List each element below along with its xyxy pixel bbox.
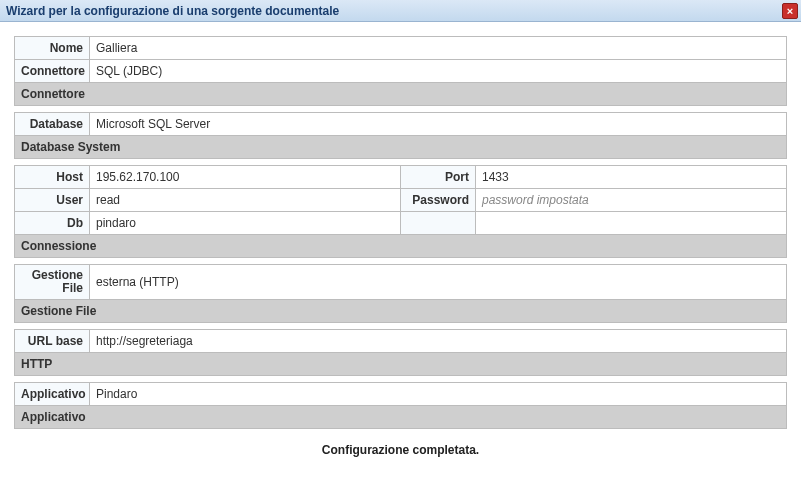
section-gestione-file: Gestione File — [15, 300, 787, 323]
label-nome: Nome — [15, 37, 90, 60]
value-empty — [476, 212, 787, 235]
status-message: Configurazione completata. — [14, 443, 787, 467]
section-applicativo: Applicativo — [15, 406, 787, 429]
label-host: Host — [15, 166, 90, 189]
value-db: pindaro — [90, 212, 401, 235]
value-port: 1433 — [476, 166, 787, 189]
value-database: Microsoft SQL Server — [90, 113, 787, 136]
value-password: password impostata — [476, 189, 787, 212]
close-icon[interactable]: × — [782, 3, 798, 19]
value-user: read — [90, 189, 401, 212]
value-gestione-file: esterna (HTTP) — [90, 265, 787, 300]
label-password: Password — [401, 189, 476, 212]
label-gestione-file: Gestione File — [15, 265, 90, 300]
section-connettore: Connettore — [15, 83, 787, 106]
section-http: HTTP — [15, 353, 787, 376]
section-connessione: Connessione — [15, 235, 787, 258]
value-host: 195.62.170.100 — [90, 166, 401, 189]
block-connessione: Host 195.62.170.100 Port 1433 User read … — [14, 165, 787, 258]
label-url-base: URL base — [15, 330, 90, 353]
wizard-body: Nome Galliera Connettore SQL (JDBC) Conn… — [0, 22, 801, 475]
value-nome: Galliera — [90, 37, 787, 60]
value-url-base: http://segreteriaga — [90, 330, 787, 353]
label-user: User — [15, 189, 90, 212]
block-applicativo: Applicativo Pindaro Applicativo — [14, 382, 787, 429]
label-db: Db — [15, 212, 90, 235]
label-connettore: Connettore — [15, 60, 90, 83]
label-port: Port — [401, 166, 476, 189]
block-gestione-file: Gestione File esterna (HTTP) Gestione Fi… — [14, 264, 787, 323]
block-database: Database Microsoft SQL Server Database S… — [14, 112, 787, 159]
block-connettore: Nome Galliera Connettore SQL (JDBC) Conn… — [14, 36, 787, 106]
label-database: Database — [15, 113, 90, 136]
block-http: URL base http://segreteriaga HTTP — [14, 329, 787, 376]
label-applicativo: Applicativo — [15, 383, 90, 406]
wizard-title: Wizard per la configurazione di una sorg… — [6, 4, 339, 18]
section-database-system: Database System — [15, 136, 787, 159]
wizard-titlebar: Wizard per la configurazione di una sorg… — [0, 0, 801, 22]
label-empty — [401, 212, 476, 235]
value-connettore: SQL (JDBC) — [90, 60, 787, 83]
value-applicativo: Pindaro — [90, 383, 787, 406]
